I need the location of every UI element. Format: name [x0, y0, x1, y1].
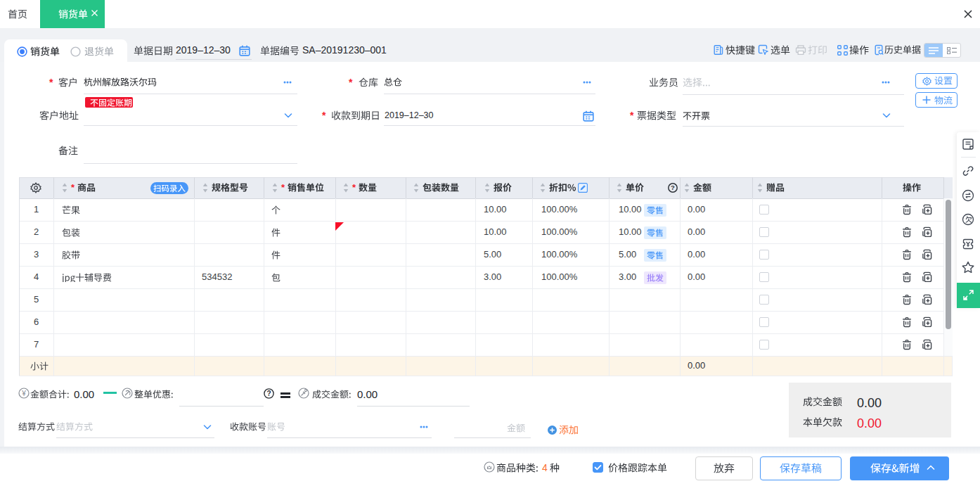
svg-text:?: ? — [671, 184, 675, 191]
svg-text:¥: ¥ — [21, 390, 26, 397]
svg-text:?: ? — [266, 390, 271, 397]
